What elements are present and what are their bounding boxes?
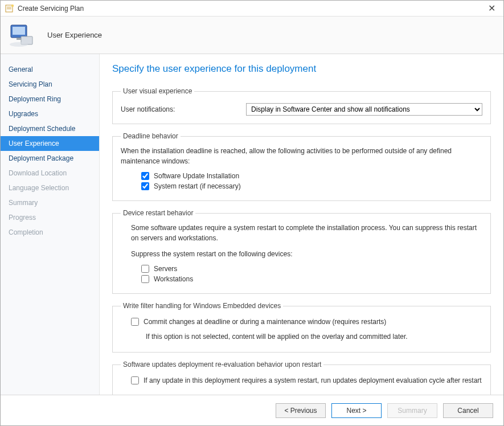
- svg-rect-7: [17, 38, 21, 40]
- checkbox-reevaluation[interactable]: [131, 376, 139, 384]
- sidebar-item-language-selection: Language Selection: [1, 181, 99, 195]
- wizard-subtitle: User Experience: [47, 31, 102, 39]
- svg-point-3: [11, 4, 14, 6]
- checkbox-system-restart[interactable]: [141, 182, 149, 190]
- sidebar-item-download-location: Download Location: [1, 166, 99, 181]
- previous-button[interactable]: < Previous: [276, 403, 326, 418]
- sidebar-item-progress: Progress: [1, 210, 99, 225]
- summary-button: Summary: [387, 403, 437, 418]
- group-visual-experience: User visual experience User notification…: [112, 87, 491, 124]
- wizard-sidebar: General Servicing Plan Deployment Ring U…: [1, 54, 100, 395]
- label-commit-changes: Commit changes at deadline or during a m…: [144, 318, 386, 326]
- sidebar-item-completion: Completion: [1, 225, 99, 240]
- group-device-restart: Device restart behavior Some software up…: [112, 209, 491, 294]
- svg-rect-1: [7, 7, 11, 7]
- computer-icon: [9, 23, 36, 48]
- label-system-restart: System restart (if necessary): [154, 182, 241, 190]
- select-user-notifications[interactable]: Display in Software Center and show all …: [246, 103, 482, 116]
- checkbox-software-update-installation[interactable]: [141, 172, 149, 180]
- sidebar-item-deployment-package[interactable]: Deployment Package: [1, 151, 99, 166]
- group-write-filter: Write filter handling for Windows Embedd…: [112, 302, 491, 353]
- group-deadline-behavior: Deadline behavior When the installation …: [112, 132, 491, 201]
- legend-restart: Device restart behavior: [121, 209, 195, 217]
- sidebar-item-summary: Summary: [1, 195, 99, 210]
- sidebar-item-servicing-plan[interactable]: Servicing Plan: [1, 77, 99, 92]
- wizard-header: User Experience: [1, 17, 503, 54]
- label-servers: Servers: [154, 265, 177, 273]
- label-reevaluation: If any update in this deployment require…: [144, 376, 482, 384]
- legend-deadline: Deadline behavior: [121, 132, 181, 140]
- label-software-update-installation: Software Update Installation: [154, 172, 239, 180]
- legend-visual: User visual experience: [121, 87, 194, 95]
- note-write-filter: If this option is not selected, content …: [146, 331, 482, 342]
- svg-point-8: [10, 42, 28, 47]
- sidebar-item-deployment-ring[interactable]: Deployment Ring: [1, 92, 99, 106]
- desc-deadline: When the installation deadline is reache…: [121, 146, 482, 166]
- checkbox-workstations[interactable]: [141, 275, 149, 283]
- label-workstations: Workstations: [154, 275, 193, 283]
- wizard-footer: < Previous Next > Summary Cancel: [1, 395, 503, 425]
- svg-rect-5: [13, 27, 25, 35]
- checkbox-commit-changes[interactable]: [131, 318, 139, 326]
- label-user-notifications: User notifications:: [121, 105, 246, 113]
- wizard-icon: [5, 4, 14, 13]
- sidebar-item-user-experience[interactable]: User Experience: [1, 136, 99, 151]
- legend-write-filter: Write filter handling for Windows Embedd…: [121, 302, 283, 310]
- legend-reevaluation: Software updates deployment re-evaluatio…: [121, 361, 323, 368]
- group-reevaluation: Software updates deployment re-evaluatio…: [112, 361, 491, 395]
- desc-restart-2: Suppress the system restart on the follo…: [131, 249, 482, 259]
- wizard-main: Specify the user experience for this dep…: [100, 54, 503, 395]
- next-button[interactable]: Next >: [331, 403, 382, 418]
- svg-rect-2: [7, 9, 11, 9]
- close-icon[interactable]: ✕: [485, 3, 499, 14]
- cancel-button[interactable]: Cancel: [443, 403, 493, 418]
- sidebar-item-deployment-schedule[interactable]: Deployment Schedule: [1, 121, 99, 136]
- desc-restart-1: Some software updates require a system r…: [131, 223, 482, 243]
- page-title: Specify the user experience for this dep…: [112, 63, 491, 75]
- sidebar-item-general[interactable]: General: [1, 62, 99, 77]
- window-title: Create Servicing Plan: [18, 5, 485, 13]
- sidebar-item-upgrades[interactable]: Upgrades: [1, 106, 99, 121]
- checkbox-servers[interactable]: [141, 265, 149, 273]
- titlebar: Create Servicing Plan ✕: [1, 1, 503, 17]
